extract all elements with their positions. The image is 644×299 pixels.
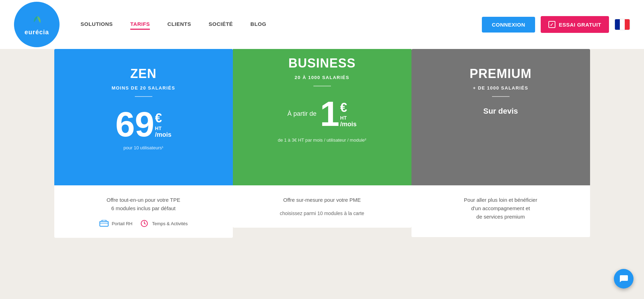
brand-name: eurécia (25, 29, 49, 36)
business-bottom-title: Offre sur-mesure pour votre PME (247, 196, 397, 204)
zen-currency: € (155, 111, 162, 126)
zen-card: ZEN MOINS DE 20 SALARIÉS 69 € HT /mois p… (54, 49, 233, 238)
business-price-row: À partir de 1 € HT /mois (247, 96, 397, 131)
zen-bottom-subtitle: 6 modules inclus par défaut (111, 205, 175, 211)
zen-title: ZEN (68, 66, 219, 81)
zen-module2-label: Temps & Activités (152, 221, 188, 226)
zen-card-top: ZEN MOINS DE 20 SALARIÉS 69 € HT /mois p… (54, 49, 233, 185)
premium-bottom-text: Pour aller plus loin et bénéficier d'un … (425, 196, 576, 221)
navbar: eurécia SOLUTIONS TARIFS CLIENTS SOCIÉTÉ… (0, 0, 644, 49)
zen-price-details: € HT /mois (155, 107, 172, 138)
nav-links: SOLUTIONS TARIFS CLIENTS SOCIÉTÉ BLOG (81, 21, 482, 28)
flag-red (625, 19, 630, 30)
business-card-bottom: Offre sur-mesure pour votre PME choisiss… (233, 185, 411, 228)
portail-icon (99, 220, 109, 227)
flag-white (620, 19, 625, 30)
nav-clients[interactable]: CLIENTS (167, 21, 191, 28)
logo-icon (30, 13, 44, 27)
premium-subtitle: + DE 1000 SALARIÉS (425, 85, 576, 91)
essai-button[interactable]: ESSAI GRATUIT (541, 16, 609, 33)
language-selector[interactable] (615, 19, 630, 30)
flag-blue (615, 19, 620, 30)
business-card-top: BUSINESS 20 À 1000 SALARIÉS À partir de … (233, 38, 411, 185)
zen-bottom-title-text: Offre tout-en-un pour votre TPE (106, 197, 180, 203)
business-price-note: de 1 à 3€ HT par mois / utilisateur / mo… (247, 137, 397, 143)
essai-label: ESSAI GRATUIT (559, 22, 601, 28)
zen-card-bottom: Offre tout-en-un pour votre TPE 6 module… (54, 185, 233, 238)
zen-month: /mois (155, 131, 172, 138)
premium-title: PREMIUM (425, 66, 576, 81)
zen-module1-label: Portail RH (112, 221, 132, 226)
business-price-big: 1 (320, 96, 340, 131)
premium-divider (492, 96, 510, 97)
premium-sur-devis: Sur devis (425, 107, 576, 116)
premium-card-bottom: Pour aller plus loin et bénéficier d'un … (411, 185, 590, 237)
business-card: BUSINESS 20 À 1000 SALARIÉS À partir de … (233, 38, 411, 228)
connexion-button[interactable]: CONNEXION (482, 17, 535, 33)
premium-bottom-subtitle2: de services premium (476, 214, 525, 220)
svg-rect-0 (100, 221, 108, 226)
business-price-details: € HT /mois (340, 96, 356, 128)
nav-blog[interactable]: BLOG (250, 21, 266, 28)
premium-bottom-title: Pour aller plus loin et bénéficier (464, 197, 537, 203)
nav-solutions[interactable]: SOLUTIONS (81, 21, 113, 28)
premium-card-top: PREMIUM + DE 1000 SALARIÉS Sur devis (411, 49, 590, 185)
zen-subtitle: MOINS DE 20 SALARIÉS (68, 85, 219, 91)
pricing-section: ZEN MOINS DE 20 SALARIÉS 69 € HT /mois p… (0, 49, 644, 299)
zen-module-temps: Temps & Activités (139, 220, 188, 227)
zen-module-portail: Portail RH (99, 220, 132, 227)
business-subtitle: 20 À 1000 SALARIÉS (247, 75, 397, 80)
nav-buttons: CONNEXION ESSAI GRATUIT (482, 16, 630, 33)
nav-tarifs[interactable]: TARIFS (130, 21, 150, 28)
business-bottom-subtitle: choisissez parmi 10 modules à la carte (247, 210, 397, 217)
temps-icon (139, 220, 149, 227)
business-currency: € (340, 100, 347, 115)
zen-price-big: 69 (115, 107, 154, 142)
business-price-container: 1 € HT /mois (320, 96, 357, 131)
zen-bottom-title: Offre tout-en-un pour votre TPE 6 module… (68, 196, 219, 213)
check-icon (548, 21, 555, 28)
zen-price-container: 69 € HT /mois (68, 107, 219, 142)
chat-button[interactable] (614, 269, 633, 289)
business-ht: HT (340, 115, 347, 121)
chat-icon (619, 274, 629, 284)
business-divider (313, 86, 331, 86)
business-month: /mois (340, 121, 356, 128)
business-title: BUSINESS (247, 56, 397, 71)
svg-line-4 (144, 223, 146, 224)
zen-modules-row: Portail RH Temps & Activités (68, 220, 219, 227)
nav-societe[interactable]: SOCIÉTÉ (209, 21, 233, 28)
zen-divider (135, 96, 152, 97)
zen-ht: HT (155, 126, 162, 131)
logo[interactable]: eurécia (14, 2, 60, 47)
business-from-text: À partir de (288, 110, 317, 118)
premium-bottom-subtitle: d'un accompagnement et (471, 205, 530, 211)
premium-card: PREMIUM + DE 1000 SALARIÉS Sur devis Pou… (411, 49, 590, 237)
zen-users-note: pour 10 utilisateurs¹ (68, 145, 219, 150)
